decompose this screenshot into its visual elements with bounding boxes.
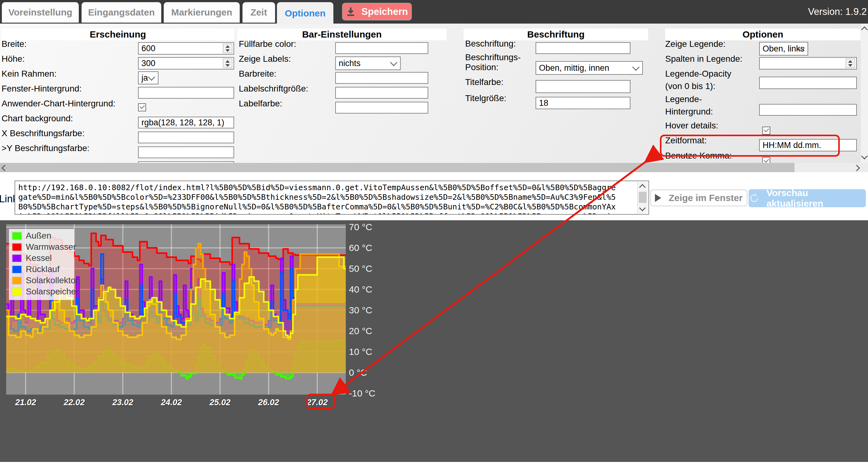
- link-url-line: http://192.168.0.10:8082/flot/index.html…: [18, 183, 616, 192]
- x-axis-label-25.02: 25.02: [201, 398, 239, 407]
- scroll-down-icon[interactable]: [861, 153, 868, 159]
- x-axis-label-26.02: 26.02: [250, 398, 287, 407]
- input-chart-background[interactable]: rgba(128, 128, 128, 1): [138, 117, 234, 128]
- x-axis-label-21.02: 21.02: [7, 398, 44, 407]
- y-axis-label: -10 °C: [349, 388, 375, 399]
- input-legende-opacity[interactable]: [759, 77, 857, 89]
- input-y-beschriftungsfarbe[interactable]: [138, 146, 234, 158]
- panel-header-optionen: Optionen: [665, 29, 861, 40]
- scroll-right-icon[interactable]: [854, 165, 860, 171]
- input-fuellfarbe[interactable]: [335, 42, 428, 54]
- checkbox-hover-details[interactable]: [762, 126, 770, 135]
- legend-label: Kessel: [26, 253, 52, 263]
- refresh-preview-label: Vorschau aktualisieren: [766, 188, 866, 209]
- field-label-fenster-hintergrund: Fenster-Hintergrund:: [2, 84, 82, 93]
- tab-optionen[interactable]: Optionen: [277, 2, 333, 25]
- field-label-zeige-labels: Zeige Labels:: [239, 54, 291, 64]
- save-button[interactable]: Speichern: [342, 3, 412, 21]
- y-axis-label: 60 °C: [349, 243, 372, 253]
- x-axis-label-22.02: 22.02: [56, 398, 93, 407]
- input-breite[interactable]: 600: [138, 42, 234, 55]
- input-fenster-hintergrund[interactable]: [138, 87, 234, 99]
- input-hoehe[interactable]: 300: [138, 57, 234, 69]
- select-zeige-labels[interactable]: nichts: [335, 56, 401, 70]
- download-icon: [346, 7, 355, 17]
- horizontal-scrollbar[interactable]: [0, 163, 868, 172]
- y-axis-label: 70 °C: [349, 222, 372, 232]
- field-label-spalten-in-legende: Spalten in Legende:: [665, 54, 742, 64]
- y-axis-label: 30 °C: [349, 305, 372, 316]
- field-label-zeige-legende: Zeige Legende:: [665, 39, 726, 49]
- number-spinner[interactable]: [223, 59, 232, 68]
- textarea-scrollbar-thumb[interactable]: [639, 192, 647, 203]
- input-titelgroesse[interactable]: 18: [535, 97, 630, 109]
- field-label-labelschriftgroesse: Labelschriftgröße:: [239, 84, 308, 93]
- tab-zeit[interactable]: Zeit: [243, 2, 275, 23]
- input-spalten-in-legende[interactable]: [759, 57, 857, 69]
- chevron-down-icon: [632, 63, 640, 71]
- link-url-line: gate%5D=min&l%5B0%5D%5Bcolor%5D=%233DFF0…: [18, 193, 616, 202]
- chart-panel: AußenWarmwasserKesselRücklaufSolarkollek…: [0, 220, 868, 462]
- number-spinner[interactable]: [223, 44, 232, 53]
- field-label-x-beschriftungsfarbe: X Beschriftungsfarbe:: [2, 129, 85, 138]
- field-label-titelgroesse: Titelgröße:: [465, 94, 506, 103]
- select-kein-rahmen[interactable]: ja: [138, 71, 158, 84]
- select-beschriftungs-position[interactable]: Oben, mittig, innen: [535, 61, 643, 75]
- input-legende-hintergrund[interactable]: [759, 104, 857, 116]
- y-axis-label: 0 °C: [349, 367, 367, 378]
- horizontal-scrollbar-thumb[interactable]: [0, 163, 795, 172]
- field-label-breite: Breite:: [2, 39, 27, 49]
- checkbox-anwender-chart-hintergrund[interactable]: [138, 103, 146, 111]
- legend-label: Außen: [26, 231, 52, 241]
- save-button-label: Speichern: [362, 6, 408, 18]
- input-labelschriftgroesse[interactable]: [335, 87, 428, 99]
- tab-voreinstellung[interactable]: Voreinstellung: [2, 2, 79, 23]
- y-axis-label: 40 °C: [349, 284, 372, 295]
- chevron-down-icon: [390, 59, 397, 66]
- legend-label: Warmwasser: [26, 242, 76, 252]
- field-label-barbreite: Barbreite:: [239, 69, 276, 79]
- field-label-hoehe: Höhe:: [2, 54, 25, 64]
- input-x-beschriftungsfarbe[interactable]: [138, 131, 234, 143]
- legend-swatch-Solarspeicher: [11, 287, 22, 296]
- field-value-beschriftungs-position: Oben, mittig, innen: [536, 63, 609, 73]
- x-axis-label-23.02: 23.02: [104, 398, 142, 407]
- show-in-window-label: Zeige im Fenster: [669, 193, 742, 203]
- show-in-window-button[interactable]: Zeige im Fenster: [650, 189, 747, 206]
- field-value-breite: 600: [138, 44, 155, 53]
- scroll-up-icon[interactable]: [861, 26, 868, 33]
- scroll-up-icon[interactable]: [639, 184, 646, 190]
- input-beschriftung[interactable]: [535, 42, 630, 54]
- number-spinner[interactable]: [846, 59, 855, 68]
- field-label-beschriftung: Beschriftung:: [465, 39, 516, 49]
- checkbox-benutze-komma[interactable]: [762, 157, 770, 163]
- y-axis-label: 20 °C: [349, 326, 372, 336]
- refresh-preview-button[interactable]: Vorschau aktualisieren: [749, 189, 866, 207]
- link-url-line: B0%5D%5BchartType%5D=steps&l%5B0%5D%5Big…: [18, 202, 616, 211]
- legend-swatch-Kessel: [11, 254, 22, 263]
- panel-header-erscheinung: Erscheinung: [2, 29, 234, 40]
- field-label-legende-opacity: Legende-Opacity: [665, 69, 731, 79]
- link-url-textarea[interactable]: http://192.168.0.10:8082/flot/index.html…: [14, 181, 649, 215]
- field-label-fuellfarbe: Füllfarbe color:: [239, 39, 296, 49]
- refresh-icon: [749, 193, 760, 204]
- y-axis-label: 50 °C: [349, 263, 372, 274]
- legend-label: Solarspeicher: [26, 287, 79, 297]
- field-label-legende-hintergrund: Hintergrund:: [665, 107, 713, 116]
- tab-eingangsdaten[interactable]: Eingangsdaten: [82, 2, 161, 23]
- tab-markierungen[interactable]: Markierungen: [164, 2, 240, 23]
- input-titelfarbe[interactable]: [535, 80, 630, 93]
- field-value-titelgroesse: 18: [536, 98, 548, 108]
- input-labelfarbe[interactable]: [335, 102, 428, 114]
- field-label-beschriftungs-position: Beschriftungs-: [465, 53, 521, 62]
- field-label-anwender-chart-hintergrund: Anwender-Chart-Hintergrund:: [2, 99, 115, 108]
- y-axis-label: 10 °C: [349, 347, 372, 357]
- select-zeige-legende[interactable]: Oben, links: [759, 42, 808, 56]
- vertical-scrollbar[interactable]: [861, 24, 868, 163]
- xtick-highlight-box: [306, 394, 335, 409]
- input-barbreite[interactable]: [335, 72, 428, 84]
- legend-swatch-Solarkollektor: [11, 276, 22, 285]
- textarea-scrollbar[interactable]: [637, 182, 648, 213]
- scroll-down-icon[interactable]: [639, 205, 646, 211]
- version-label: Version: 1.9.2: [808, 0, 867, 24]
